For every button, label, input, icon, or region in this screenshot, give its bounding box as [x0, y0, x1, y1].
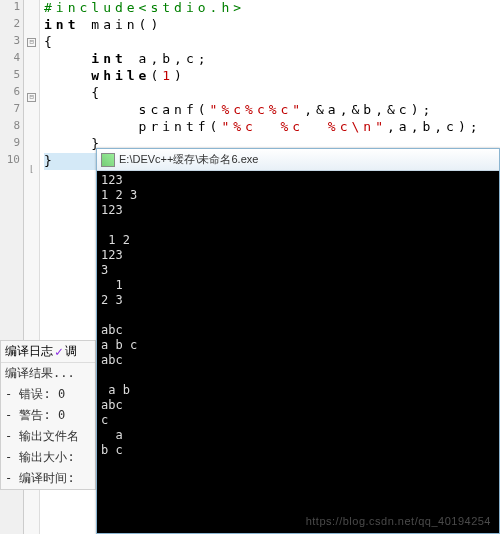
code-line: scanf("%c%c%c",&a,&b,&c); — [44, 102, 500, 119]
check-icon: ✓ — [55, 344, 63, 359]
line-number: 1 — [0, 0, 23, 17]
fold-marker — [24, 110, 39, 127]
console-output[interactable]: 123 1 2 3 123 1 2 123 3 1 2 3 abc a b c … — [97, 171, 499, 533]
errors-row: - 错误: 0 — [1, 384, 95, 405]
line-number: 6 — [0, 85, 23, 102]
code-line: while(1) — [44, 68, 500, 85]
warnings-row: - 警告: 0 — [1, 405, 95, 426]
fold-marker — [24, 127, 39, 144]
line-number: 9 — [0, 136, 23, 153]
compile-time-row: - 编译时间: — [1, 468, 95, 489]
fold-marker — [24, 144, 39, 161]
fold-marker — [24, 55, 39, 72]
fold-marker — [24, 72, 39, 89]
line-number: 7 — [0, 102, 23, 119]
line-number: 8 — [0, 119, 23, 136]
line-number: 3 — [0, 34, 23, 51]
code-line: int main() — [44, 17, 500, 34]
output-file-row: - 输出文件名 — [1, 426, 95, 447]
code-line: { — [44, 85, 500, 102]
compile-result-label: 编译结果... — [1, 363, 95, 384]
fold-toggle-icon[interactable]: ⊟ — [24, 93, 39, 110]
code-line: #include<stdio.h> — [44, 0, 500, 17]
watermark-text: https://blog.csdn.net/qq_40194254 — [306, 515, 491, 527]
tab-compile-log[interactable]: 编译日志 ✓调 — [1, 341, 95, 363]
line-number: 10 — [0, 153, 23, 170]
fold-marker — [24, 17, 39, 34]
code-line: int a,b,c; — [44, 51, 500, 68]
console-titlebar[interactable]: E:\DEVc++缓存\未命名6.exe — [97, 149, 499, 171]
line-number: 4 — [0, 51, 23, 68]
code-line: printf("%c %c %c\n",a,b,c); — [44, 119, 500, 136]
fold-end-icon: ⌊ — [24, 161, 39, 178]
line-number: 2 — [0, 17, 23, 34]
compiler-panel: 编译日志 ✓调 编译结果... - 错误: 0 - 警告: 0 - 输出文件名 … — [0, 340, 96, 490]
app-icon — [101, 153, 115, 167]
fold-marker — [24, 0, 39, 17]
line-number: 5 — [0, 68, 23, 85]
output-size-row: - 输出大小: — [1, 447, 95, 468]
console-title: E:\DEVc++缓存\未命名6.exe — [119, 152, 258, 167]
console-window[interactable]: E:\DEVc++缓存\未命名6.exe 123 1 2 3 123 1 2 1… — [96, 148, 500, 534]
fold-toggle-icon[interactable]: ⊟ — [24, 38, 39, 55]
code-line: { — [44, 34, 500, 51]
